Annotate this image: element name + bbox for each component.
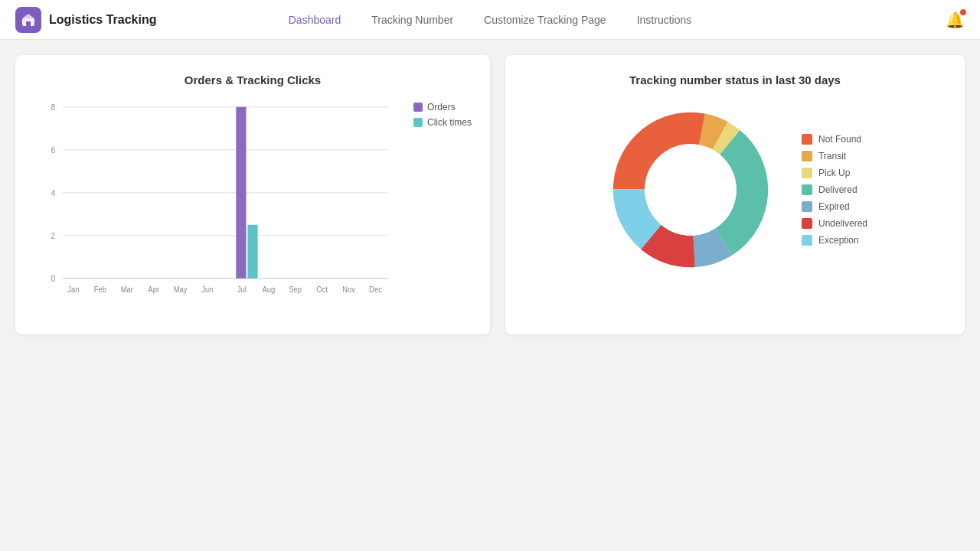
svg-text:Jun: Jun (201, 285, 213, 295)
legend-undelivered: Undelivered (802, 218, 867, 229)
delivered-label: Delivered (818, 184, 858, 195)
legend-not-found: Not Found (802, 134, 867, 145)
bar-chart-svg: 8 6 4 2 0 Jan Feb Mar Apr (34, 99, 395, 313)
header: Logistics Tracking Dashboard Tracking Nu… (0, 0, 980, 40)
svg-text:4: 4 (51, 187, 56, 197)
orders-swatch (413, 103, 423, 112)
legend-exception: Exception (802, 235, 867, 246)
donut-svg (603, 102, 779, 278)
transit-swatch (802, 151, 812, 161)
nav-tracking-number[interactable]: Tracking Number (371, 14, 453, 26)
orders-label: Orders (427, 102, 456, 112)
notification-dot (960, 9, 966, 15)
svg-text:May: May (174, 285, 188, 295)
svg-text:8: 8 (51, 102, 56, 112)
bar-chart-area: 8 6 4 2 0 Jan Feb Mar Apr (34, 99, 395, 316)
nav-instructions[interactable]: Instructions (637, 14, 692, 26)
svg-text:Dec: Dec (369, 285, 382, 295)
exception-label: Exception (818, 235, 859, 246)
nav-customize[interactable]: Customize Tracking Page (484, 14, 606, 26)
main-content: Orders & Tracking Clicks 8 6 4 2 0 (0, 40, 980, 350)
legend-orders: Orders (413, 102, 472, 112)
bar-chart-container: 8 6 4 2 0 Jan Feb Mar Apr (34, 99, 472, 316)
bar-chart-card: Orders & Tracking Clicks 8 6 4 2 0 (15, 55, 490, 334)
svg-marker-1 (22, 14, 34, 18)
svg-text:Jan: Jan (67, 285, 79, 295)
legend-expired: Expired (802, 201, 867, 212)
svg-text:Oct: Oct (316, 285, 328, 295)
exception-swatch (802, 235, 812, 246)
svg-text:Feb: Feb (94, 285, 107, 295)
clicks-label: Click times (427, 117, 472, 128)
svg-text:Apr: Apr (148, 285, 159, 295)
svg-text:Aug: Aug (262, 285, 275, 295)
svg-text:2: 2 (51, 230, 56, 240)
legend-pickup: Pick Up (802, 168, 867, 178)
main-nav: Dashboard Tracking Number Customize Trac… (289, 14, 691, 26)
svg-text:Jul: Jul (237, 285, 247, 295)
donut-chart-title: Tracking number status in last 30 days (524, 73, 946, 86)
svg-rect-14 (236, 107, 246, 279)
app-logo-icon (15, 7, 41, 33)
svg-text:Mar: Mar (121, 285, 134, 295)
svg-text:Nov: Nov (342, 285, 356, 295)
expired-label: Expired (818, 201, 850, 212)
not-found-swatch (802, 134, 812, 145)
legend-transit: Transit (802, 151, 867, 161)
expired-swatch (802, 201, 812, 212)
donut-container: Not Found Transit Pick Up Delivered Expi… (524, 102, 946, 278)
clicks-swatch (413, 118, 423, 127)
not-found-label: Not Found (818, 134, 861, 145)
pickup-swatch (802, 168, 812, 178)
svg-rect-2 (26, 21, 31, 26)
undelivered-label: Undelivered (818, 218, 867, 229)
notification-bell[interactable]: 🔔 (946, 11, 965, 29)
logo-area: Logistics Tracking (15, 7, 168, 33)
transit-label: Transit (818, 151, 846, 161)
bar-chart-title: Orders & Tracking Clicks (34, 73, 472, 86)
svg-text:0: 0 (51, 273, 56, 283)
undelivered-swatch (802, 218, 812, 229)
svg-text:Sep: Sep (289, 285, 302, 295)
pickup-label: Pick Up (818, 168, 850, 178)
nav-dashboard[interactable]: Dashboard (289, 14, 341, 26)
svg-point-35 (645, 144, 737, 236)
svg-rect-15 (247, 225, 257, 279)
donut-legend: Not Found Transit Pick Up Delivered Expi… (802, 134, 867, 246)
donut-chart-card: Tracking number status in last 30 days (505, 55, 965, 334)
header-right: 🔔 (946, 11, 965, 29)
delivered-swatch (802, 184, 812, 195)
legend-clicks: Click times (413, 117, 472, 128)
legend-delivered: Delivered (802, 184, 867, 195)
svg-text:6: 6 (51, 145, 56, 155)
app-name: Logistics Tracking (49, 13, 156, 27)
bar-chart-legend: Orders Click times (413, 102, 472, 316)
